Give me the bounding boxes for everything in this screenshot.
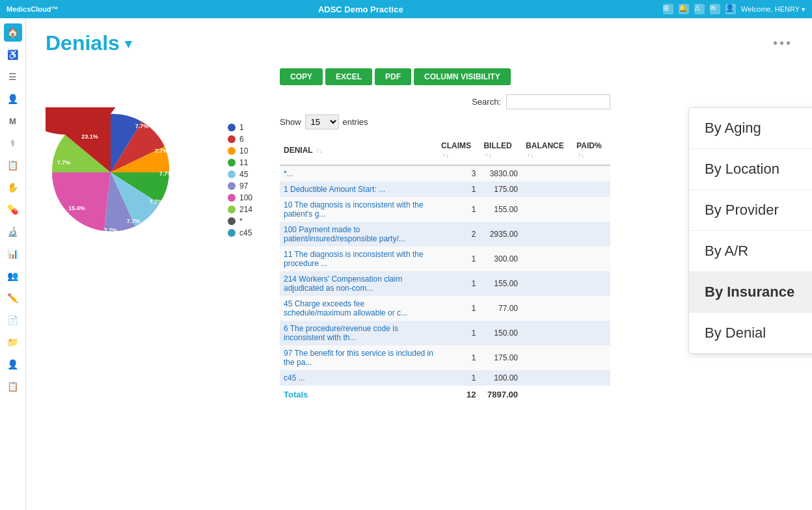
cell-denial[interactable]: 100 Payment made to patient/insured/resp… bbox=[280, 222, 437, 247]
notification-icon[interactable]: ⊞ bbox=[663, 4, 673, 14]
legend-item-10: 10 bbox=[228, 146, 252, 155]
legend-label-6: 6 bbox=[239, 135, 244, 144]
legend-item-214: 214 bbox=[228, 205, 252, 214]
sidebar-item-users[interactable]: 👥 bbox=[4, 267, 22, 285]
cell-denial[interactable]: c45 ... bbox=[280, 370, 437, 386]
show-entries: Show 10 15 25 50 100 entries bbox=[280, 114, 610, 129]
cell-balance bbox=[522, 222, 573, 247]
search-input[interactable] bbox=[506, 94, 610, 109]
cell-denial[interactable]: 10 The diagnosis is inconsistent with th… bbox=[280, 197, 437, 222]
cell-paid bbox=[573, 222, 610, 247]
col-billed[interactable]: BILLED ↑↓ bbox=[480, 136, 522, 165]
cell-denial[interactable]: 11 The diagnosis is inconsistent with th… bbox=[280, 247, 437, 271]
cell-billed: 175.00 bbox=[480, 181, 522, 197]
sidebar-item-medical[interactable]: M bbox=[4, 112, 22, 130]
dropdown-item-by-aging[interactable]: By Aging bbox=[689, 108, 812, 149]
sidebar-item-accessibility[interactable]: ♿ bbox=[4, 46, 22, 64]
legend-label-c45: c45 bbox=[239, 228, 252, 237]
excel-button[interactable]: EXCEL bbox=[325, 68, 372, 85]
cell-denial[interactable]: *... bbox=[280, 165, 437, 181]
user-icon[interactable]: 👤 bbox=[725, 4, 736, 14]
svg-text:7.7%: 7.7% bbox=[150, 198, 163, 205]
sidebar-item-lab[interactable]: 🔬 bbox=[4, 222, 22, 241]
legend-dot-c45 bbox=[228, 229, 236, 237]
table-area: COPY EXCEL PDF COLUMN VISIBILITY Search:… bbox=[280, 68, 610, 403]
table-row: *... 3 3830.00 bbox=[280, 165, 610, 181]
col-balance[interactable]: BALANCE ↑↓ bbox=[522, 136, 573, 165]
welcome-text: Welcome, HENRY ▾ bbox=[741, 5, 805, 14]
table-row: 11 The diagnosis is inconsistent with th… bbox=[280, 247, 610, 271]
copy-button[interactable]: COPY bbox=[280, 68, 323, 85]
legend-dot-214 bbox=[228, 206, 236, 213]
cell-paid bbox=[573, 296, 610, 321]
dropdown-item-by-location[interactable]: By Location bbox=[689, 149, 812, 190]
cell-billed: 175.00 bbox=[480, 345, 522, 370]
sidebar-item-medicine[interactable]: 💊 bbox=[4, 200, 22, 219]
cell-denial[interactable]: 1 Deductible Amount Start: ... bbox=[280, 181, 437, 197]
totals-label: Totals bbox=[280, 386, 437, 403]
entries-select[interactable]: 10 15 25 50 100 bbox=[305, 114, 339, 129]
legend-dot-6 bbox=[228, 135, 236, 143]
svg-text:7.7%: 7.7% bbox=[127, 218, 141, 224]
sidebar-item-home[interactable]: 🏠 bbox=[4, 23, 22, 42]
svg-text:7.7%: 7.7% bbox=[159, 170, 173, 177]
col-claims[interactable]: CLAIMS ↑↓ bbox=[437, 136, 480, 165]
sidebar-item-folder[interactable]: 📁 bbox=[4, 333, 22, 351]
table-header: DENIAL ↑↓ CLAIMS ↑↓ BILLED ↑↓ BALANCE ↑↓… bbox=[280, 136, 610, 165]
cell-claims: 1 bbox=[437, 345, 480, 370]
dropdown-item-by-insurance[interactable]: By Insurance bbox=[689, 272, 812, 313]
dropdown-item-by-ar[interactable]: By A/R bbox=[689, 231, 812, 272]
sidebar-item-reports[interactable]: 📊 bbox=[4, 245, 22, 263]
legend-label-star: * bbox=[239, 217, 243, 226]
cell-denial[interactable]: 214 Workers' Compensation claim adjudica… bbox=[280, 271, 437, 296]
cell-claims: 1 bbox=[437, 370, 480, 386]
dropdown-item-by-denial[interactable]: By Denial bbox=[689, 313, 812, 353]
message-icon[interactable]: ✉ bbox=[710, 4, 720, 14]
cell-paid bbox=[573, 271, 610, 296]
show-label-before: Show bbox=[280, 117, 301, 127]
cell-balance bbox=[522, 321, 573, 345]
col-paid[interactable]: PAID% ↑↓ bbox=[573, 136, 610, 165]
col-denial[interactable]: DENIAL ↑↓ bbox=[280, 136, 437, 165]
legend-label-214: 214 bbox=[239, 205, 252, 214]
page-title-chevron[interactable]: ▾ bbox=[125, 36, 131, 51]
sidebar-item-clipboard[interactable]: 📋 bbox=[4, 156, 22, 174]
cell-balance bbox=[522, 271, 573, 296]
content-area: 7.7% 7.7% 7.7% 7.7% 7.7% 7.7% 15.4% 7.7%… bbox=[46, 68, 792, 403]
legend-dot-45 bbox=[228, 170, 236, 178]
svg-text:7.7%: 7.7% bbox=[104, 227, 118, 234]
sidebar-item-edit[interactable]: ✏️ bbox=[4, 289, 22, 307]
dropdown-item-by-provider[interactable]: By Provider bbox=[689, 190, 812, 231]
alert-icon[interactable]: ⚠ bbox=[694, 4, 705, 14]
svg-text:15.4%: 15.4% bbox=[68, 205, 85, 211]
cell-paid bbox=[573, 321, 610, 345]
search-label: Search: bbox=[472, 97, 501, 107]
sidebar-item-hand[interactable]: ✋ bbox=[4, 178, 22, 196]
table-row: c45 ... 1 100.00 bbox=[280, 370, 610, 386]
page-header-dots[interactable]: ••• bbox=[773, 36, 792, 51]
table-row: 10 The diagnosis is inconsistent with th… bbox=[280, 197, 610, 222]
top-bar: MedicsCloud™ ADSC Demo Practice ⊞ 🔔 ⚠ ✉ … bbox=[0, 0, 812, 18]
table-row: 1 Deductible Amount Start: ... 1 175.00 bbox=[280, 181, 610, 197]
sidebar-item-document[interactable]: 📄 bbox=[4, 311, 22, 329]
cell-claims: 3 bbox=[437, 165, 480, 181]
pdf-button[interactable]: PDF bbox=[375, 68, 411, 85]
sidebar-item-profile[interactable]: 👤 bbox=[4, 355, 22, 373]
bell-icon[interactable]: 🔔 bbox=[679, 4, 689, 14]
cell-denial[interactable]: 6 The procedure/revenue code is inconsis… bbox=[280, 321, 437, 345]
table-row: 6 The procedure/revenue code is inconsis… bbox=[280, 321, 610, 345]
cell-balance bbox=[522, 247, 573, 271]
layout: 🏠 ♿ ☰ 👤 M ⚕ 📋 ✋ 💊 🔬 📊 👥 ✏️ 📄 📁 👤 📋 Denia… bbox=[0, 18, 812, 510]
column-visibility-button[interactable]: COLUMN VISIBILITY bbox=[414, 68, 511, 85]
sidebar-item-menu[interactable]: ☰ bbox=[4, 68, 22, 86]
sidebar-item-list2[interactable]: 📋 bbox=[4, 377, 22, 396]
svg-text:7.7%: 7.7% bbox=[155, 148, 169, 154]
cell-denial[interactable]: 97 The benefit for this service is inclu… bbox=[280, 345, 437, 370]
totals-claims: 12 bbox=[437, 386, 480, 403]
sidebar-item-patient[interactable]: 👤 bbox=[4, 90, 22, 108]
sidebar-item-health[interactable]: ⚕ bbox=[4, 134, 22, 152]
cell-claims: 1 bbox=[437, 321, 480, 345]
table-row: 214 Workers' Compensation claim adjudica… bbox=[280, 271, 610, 296]
legend-item-97: 97 bbox=[228, 181, 252, 191]
cell-denial[interactable]: 45 Charge exceeds fee schedule/maximum a… bbox=[280, 296, 437, 321]
